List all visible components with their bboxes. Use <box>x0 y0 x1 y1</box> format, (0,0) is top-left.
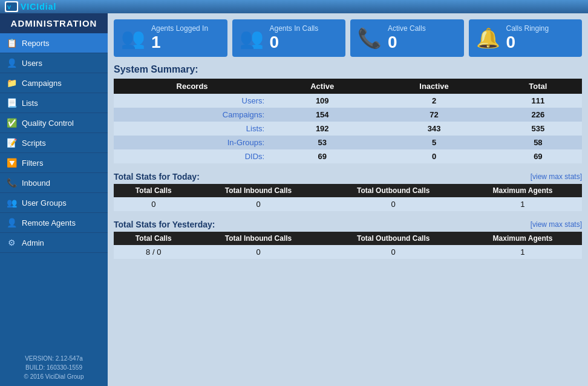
yesterday-col-outbound: Total Outbound Calls <box>324 232 463 245</box>
table-row: Campaigns: 154 72 226 <box>114 108 582 122</box>
sidebar-label-filters: Filters <box>22 159 43 168</box>
remote-agents-icon: 👤 <box>6 217 17 228</box>
summary-total: 69 <box>494 149 582 163</box>
stats-yesterday-table: Total Calls Total Inbound Calls Total Ou… <box>114 232 582 259</box>
yesterday-col-total-calls: Total Calls <box>114 232 194 245</box>
sidebar: ADMINISTRATION 📋 Reports 👤 Users 📁 Campa… <box>0 13 108 386</box>
main-layout: ADMINISTRATION 📋 Reports 👤 Users 📁 Campa… <box>0 13 588 386</box>
content-area: 👥 Agents Logged In 1 👥 Agents In Calls 0… <box>108 13 588 386</box>
top-bar: V VICIdial <box>0 0 588 13</box>
inbound-icon: 📞 <box>6 177 17 188</box>
summary-label: Campaigns: <box>114 108 270 122</box>
system-summary-table: Records Active Inactive Total Users: 109… <box>114 79 582 163</box>
stats-today-title: Total Stats for Today: <box>114 172 200 182</box>
summary-inactive: 5 <box>374 136 494 149</box>
scripts-icon: 📝 <box>6 137 17 148</box>
agents-in-calls-label: Agents In Calls <box>270 24 319 33</box>
today-outbound: 0 <box>324 197 463 211</box>
sidebar-item-reports[interactable]: 📋 Reports <box>0 33 108 53</box>
summary-active: 154 <box>270 108 374 122</box>
sidebar-item-users[interactable]: 👤 Users <box>0 53 108 73</box>
sidebar-label-remote-agents: Remote Agents <box>22 218 76 227</box>
summary-total: 535 <box>494 122 582 136</box>
summary-inactive: 72 <box>374 108 494 122</box>
summary-inactive: 343 <box>374 122 494 136</box>
logo-text: VICIdial <box>21 2 56 11</box>
stats-yesterday-title: Total Stats for Yesterday: <box>114 220 215 229</box>
table-row: DIDs: 69 0 69 <box>114 149 582 163</box>
stats-yesterday-view-link[interactable]: [view max stats] <box>531 220 582 229</box>
summary-label: Lists: <box>114 122 270 136</box>
today-col-outbound: Total Outbound Calls <box>324 184 463 197</box>
today-inbound: 0 <box>194 197 324 211</box>
summary-active: 192 <box>270 122 374 136</box>
agents-logged-in-icon: 👥 <box>121 27 145 50</box>
summary-total: 226 <box>494 108 582 122</box>
sidebar-item-admin[interactable]: ⚙ Admin <box>0 233 108 253</box>
quality-control-icon: ✅ <box>6 117 17 128</box>
active-calls-label: Active Calls <box>388 24 426 33</box>
summary-active: 69 <box>270 149 374 163</box>
col-inactive: Inactive <box>374 79 494 94</box>
sidebar-item-remote-agents[interactable]: 👤 Remote Agents <box>0 213 108 233</box>
sidebar-item-campaigns[interactable]: 📁 Campaigns <box>0 73 108 93</box>
stats-today-view-link[interactable]: [view max stats] <box>531 172 582 181</box>
today-max-agents: 1 <box>463 197 582 211</box>
sidebar-label-campaigns: Campaigns <box>22 79 62 88</box>
campaigns-icon: 📁 <box>6 77 17 88</box>
admin-icon: ⚙ <box>6 237 17 248</box>
table-row: 0 0 0 1 <box>114 197 582 211</box>
sidebar-label-inbound: Inbound <box>22 178 50 188</box>
reports-icon: 📋 <box>6 38 17 48</box>
table-row: Lists: 192 343 535 <box>114 122 582 136</box>
copyright-text: © 2016 ViciDial Group <box>5 372 103 381</box>
agents-in-calls-value: 0 <box>270 33 319 52</box>
sidebar-item-user-groups[interactable]: 👥 User Groups <box>0 193 108 213</box>
lists-icon: 📃 <box>6 97 17 108</box>
sidebar-item-scripts[interactable]: 📝 Scripts <box>0 133 108 153</box>
summary-active: 53 <box>270 136 374 149</box>
yesterday-max-agents: 1 <box>463 245 582 259</box>
sidebar-footer: VERSION: 2.12-547a BUILD: 160330-1559 © … <box>0 349 108 386</box>
agents-logged-in-value: 1 <box>151 33 208 52</box>
sidebar-item-lists[interactable]: 📃 Lists <box>0 93 108 113</box>
stats-today-table: Total Calls Total Inbound Calls Total Ou… <box>114 184 582 211</box>
filters-icon: 🔽 <box>6 157 17 168</box>
summary-inactive: 0 <box>374 149 494 163</box>
sidebar-item-filters[interactable]: 🔽 Filters <box>0 153 108 173</box>
stat-card-agents-logged-in: 👥 Agents Logged In 1 <box>114 19 227 57</box>
stat-card-active-calls: 📞 Active Calls 0 <box>350 19 464 57</box>
summary-total: 58 <box>494 136 582 149</box>
sidebar-item-quality-control[interactable]: ✅ Quality Control <box>0 113 108 133</box>
summary-label: In-Groups: <box>114 136 270 149</box>
calls-ringing-value: 0 <box>506 33 549 52</box>
sidebar-label-admin: Admin <box>22 238 44 247</box>
sidebar-header: ADMINISTRATION <box>0 13 108 33</box>
today-col-inbound: Total Inbound Calls <box>194 184 324 197</box>
sidebar-item-inbound[interactable]: 📞 Inbound <box>0 173 108 193</box>
summary-label: Users: <box>114 94 270 108</box>
version-text: VERSION: 2.12-547a <box>5 354 103 363</box>
yesterday-col-inbound: Total Inbound Calls <box>194 232 324 245</box>
sidebar-label-user-groups: User Groups <box>22 198 67 208</box>
active-calls-icon: 📞 <box>358 27 382 50</box>
stat-card-agents-in-calls: 👥 Agents In Calls 0 <box>232 19 346 57</box>
users-icon: 👤 <box>6 57 17 68</box>
col-total: Total <box>494 79 582 94</box>
yesterday-outbound: 0 <box>324 245 463 259</box>
stats-yesterday-section: Total Stats for Yesterday: [view max sta… <box>114 220 582 259</box>
calls-ringing-icon: 🔔 <box>476 27 500 50</box>
system-summary-title: System Summary: <box>114 64 582 75</box>
today-col-max-agents: Maximum Agents <box>463 184 582 197</box>
sidebar-label-users: Users <box>22 59 42 68</box>
table-row: 8 / 0 0 0 1 <box>114 245 582 259</box>
active-calls-value: 0 <box>388 33 426 52</box>
yesterday-inbound: 0 <box>194 245 324 259</box>
sidebar-label-quality-control: Quality Control <box>22 119 74 128</box>
summary-total: 111 <box>494 94 582 108</box>
col-active: Active <box>270 79 374 94</box>
sidebar-label-scripts: Scripts <box>22 139 46 148</box>
agents-logged-in-label: Agents Logged In <box>151 24 208 33</box>
yesterday-total-calls: 8 / 0 <box>114 245 194 259</box>
stat-card-calls-ringing: 🔔 Calls Ringing 0 <box>469 19 583 57</box>
